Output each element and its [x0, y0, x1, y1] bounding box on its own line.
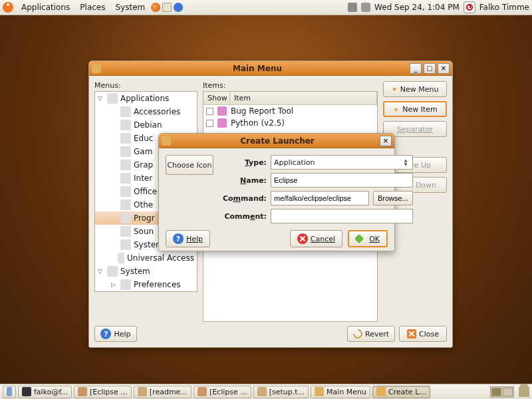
window-minimize-button[interactable]: _: [410, 63, 422, 74]
cancel-button[interactable]: Cancel: [290, 230, 342, 247]
ubuntu-logo-icon[interactable]: [3, 2, 13, 13]
list-item[interactable]: Python (v2.5): [203, 117, 377, 129]
help-icon: ?: [173, 233, 184, 244]
clock[interactable]: Wed Sep 24, 1:04 PM: [374, 3, 460, 12]
app-icon: [198, 387, 207, 396]
comment-input[interactable]: [271, 209, 413, 223]
expander-icon: ▽: [98, 268, 104, 275]
list-item-label: Bug Report Tool: [231, 106, 293, 116]
taskbar-item[interactable]: [Eclipse ...: [194, 386, 251, 398]
browse-button[interactable]: Browse...: [373, 191, 413, 205]
trash-icon[interactable]: [519, 386, 529, 397]
help-button[interactable]: ?Help: [94, 326, 137, 342]
volume-icon[interactable]: [361, 3, 370, 12]
taskbar-item[interactable]: [setup.t...: [253, 386, 309, 398]
command-label: Command:: [220, 194, 267, 203]
app-icon: [78, 387, 87, 396]
app-icon: [257, 387, 267, 396]
taskbar-item-label: falko@f...: [34, 388, 68, 396]
folder-icon: [120, 239, 131, 250]
tree-item-label: Debian: [134, 120, 162, 130]
menus-label: Menus:: [94, 81, 198, 90]
show-checkbox[interactable]: [206, 120, 213, 127]
ok-icon: [356, 233, 366, 244]
tree-item-label: Preferences: [134, 280, 181, 289]
folder-icon: [120, 200, 131, 210]
dialog-title: Create Launcher: [175, 136, 380, 146]
folder-icon: [120, 213, 131, 223]
titlebar-main-menu[interactable]: Main Menu _ □ ×: [89, 61, 452, 76]
app-icon: [138, 387, 147, 396]
show-checkbox[interactable]: [206, 108, 213, 115]
items-col-item[interactable]: Item: [230, 92, 377, 104]
taskbar-item[interactable]: [Eclipse ...: [74, 386, 132, 398]
folder-icon: [120, 160, 131, 170]
plus-icon: ＋: [392, 104, 400, 114]
new-item-button[interactable]: ＋New Item: [383, 101, 447, 117]
folder-icon: [120, 173, 131, 184]
update-indicator-icon[interactable]: [348, 3, 357, 12]
app-icon: [217, 118, 227, 128]
new-menu-button[interactable]: ✦New Menu: [383, 81, 447, 97]
titlebar-create-launcher[interactable]: Create Launcher ×: [159, 134, 394, 148]
app-icon: [315, 387, 324, 396]
folder-icon: [120, 279, 131, 290]
tree-item-label: Educ: [134, 134, 153, 143]
menu-system[interactable]: System: [111, 1, 149, 13]
top-panel: Applications Places System Wed Sep 24, 1…: [0, 0, 532, 15]
ok-button[interactable]: OK: [348, 230, 388, 247]
tree-item[interactable]: ▽System: [95, 265, 197, 278]
tree-item[interactable]: ▽Applications: [95, 92, 197, 105]
taskbar-item[interactable]: Create L...: [372, 386, 430, 398]
taskbar-item[interactable]: [readme...: [134, 386, 192, 398]
desktop-icon: [7, 387, 12, 396]
show-desktop-button[interactable]: [3, 386, 16, 398]
tree-item[interactable]: Accessories: [95, 105, 197, 118]
revert-icon: [351, 327, 364, 340]
choose-icon-button[interactable]: Choose Icon: [166, 155, 213, 175]
name-label: Name:: [220, 176, 267, 185]
tree-item-label: Soun: [134, 227, 154, 236]
folder-icon: [120, 133, 131, 144]
tree-item[interactable]: Debian: [95, 118, 197, 132]
revert-button[interactable]: Revert: [347, 326, 395, 342]
dialog-help-button[interactable]: ?Help: [166, 230, 210, 247]
window-close-button[interactable]: ×: [438, 63, 450, 74]
mail-icon[interactable]: [162, 3, 172, 12]
type-select[interactable]: Application ▲▼: [271, 155, 413, 170]
window-maximize-button[interactable]: □: [424, 63, 436, 74]
dialog-close-button[interactable]: ×: [380, 136, 392, 146]
items-label: Items:: [203, 81, 378, 90]
app-icon: [376, 387, 386, 396]
folder-icon: [120, 146, 131, 157]
command-input[interactable]: [271, 191, 369, 205]
window-icon: [162, 136, 171, 146]
items-col-show[interactable]: Show: [203, 92, 230, 104]
menu-applications[interactable]: Applications: [17, 1, 74, 13]
folder-icon: [118, 253, 124, 263]
type-label: Type:: [220, 158, 267, 167]
taskbar-item-label: [Eclipse ...: [209, 388, 247, 396]
tree-item[interactable]: ▷Preferences: [95, 278, 197, 291]
folder-icon: [120, 106, 131, 117]
workspace-switcher[interactable]: [490, 386, 514, 398]
menu-places[interactable]: Places: [76, 1, 109, 13]
taskbar-item[interactable]: falko@f...: [18, 386, 72, 398]
folder-icon: [107, 93, 118, 104]
taskbar-item-label: [readme...: [150, 388, 188, 396]
power-button-icon[interactable]: [464, 1, 475, 13]
window-title: Main Menu: [105, 64, 410, 73]
user-switcher[interactable]: Falko Timme: [479, 3, 529, 12]
star-icon: ✦: [392, 85, 398, 94]
expander-icon: ▷: [111, 281, 118, 288]
tree-item-label: Progr: [134, 213, 155, 223]
help-icon[interactable]: [174, 3, 183, 12]
list-item[interactable]: Bug Report Tool: [203, 105, 377, 117]
name-input[interactable]: [271, 173, 413, 188]
taskbar-item-label: Create L...: [388, 388, 426, 396]
tree-item-label: Office: [134, 187, 157, 196]
taskbar-item[interactable]: Main Menu: [311, 386, 370, 398]
folder-icon: [120, 226, 131, 237]
close-button[interactable]: Close: [399, 326, 447, 342]
firefox-icon[interactable]: [151, 3, 160, 12]
